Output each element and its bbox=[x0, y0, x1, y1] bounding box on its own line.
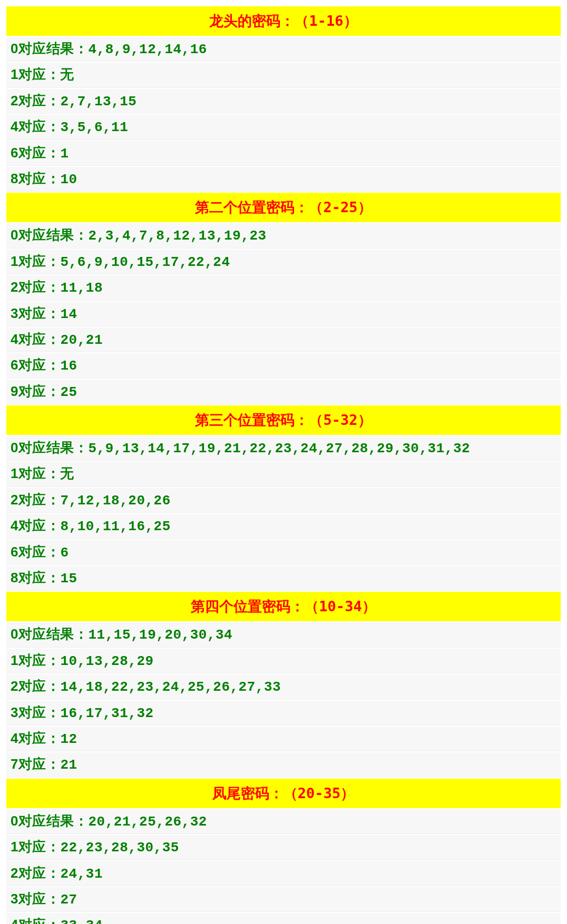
row-label: 4对应： bbox=[11, 730, 60, 746]
data-row: 3对应：16,17,31,32 bbox=[6, 701, 561, 726]
row-label: 6对应： bbox=[11, 544, 60, 560]
data-cell: 6对应：16 bbox=[6, 353, 561, 378]
data-row: 1对应：5,6,9,10,15,17,22,24 bbox=[6, 250, 561, 274]
data-cell: 2对应：24,31 bbox=[6, 861, 561, 886]
data-cell: 4对应：8,10,11,16,25 bbox=[6, 514, 561, 539]
data-cell: 1对应：5,6,9,10,15,17,22,24 bbox=[6, 250, 561, 274]
row-values: 4,8,9,12,14,16 bbox=[88, 42, 207, 57]
data-row: 6对应：1 bbox=[6, 141, 561, 166]
data-row: 2对应：2,7,13,15 bbox=[6, 89, 561, 114]
data-cell: 0对应结果：5,9,13,14,17,19,21,22,23,24,27,28,… bbox=[6, 436, 561, 461]
data-row: 4对应：12 bbox=[6, 727, 561, 751]
section-title: 凤尾密码：（20-35） bbox=[6, 779, 561, 808]
data-row: 4对应：8,10,11,16,25 bbox=[6, 514, 561, 539]
data-cell: 8对应：15 bbox=[6, 566, 561, 591]
row-values: 8,10,11,16,25 bbox=[60, 519, 170, 534]
code-table: 龙头的密码：（1-16）0对应结果：4,8,9,12,14,161对应：无2对应… bbox=[6, 5, 561, 924]
data-row: 1对应：10,13,28,29 bbox=[6, 649, 561, 673]
data-row: 8对应：15 bbox=[6, 566, 561, 591]
row-label: 1对应： bbox=[11, 253, 60, 269]
row-label: 8对应： bbox=[11, 570, 60, 585]
row-values: 22,23,28,30,35 bbox=[60, 840, 179, 856]
row-values: 11,18 bbox=[60, 280, 103, 296]
section-title: 第四个位置密码：（10-34） bbox=[6, 592, 561, 621]
row-values: 7,12,18,20,26 bbox=[60, 493, 170, 509]
row-values: 10,13,28,29 bbox=[60, 653, 153, 669]
row-label: 1对应： bbox=[11, 465, 60, 481]
data-cell: 6对应：6 bbox=[6, 540, 561, 565]
row-label: 6对应： bbox=[11, 357, 60, 373]
data-cell: 1对应：无 bbox=[6, 63, 561, 87]
row-values: 2,3,4,7,8,12,13,19,23 bbox=[88, 228, 266, 244]
data-row: 4对应：20,21 bbox=[6, 327, 561, 352]
data-row: 1对应：22,23,28,30,35 bbox=[6, 835, 561, 860]
row-values: 20,21,25,26,32 bbox=[88, 814, 207, 830]
row-label: 0对应结果： bbox=[11, 626, 88, 642]
row-label: 2对应： bbox=[11, 492, 60, 508]
section-title: 第二个位置密码：（2-25） bbox=[6, 193, 561, 222]
data-cell: 6对应：1 bbox=[6, 141, 561, 166]
data-cell: 2对应：11,18 bbox=[6, 275, 561, 300]
row-values: 33,34 bbox=[60, 918, 103, 924]
data-cell: 1对应：10,13,28,29 bbox=[6, 649, 561, 673]
row-values: 10 bbox=[60, 172, 77, 187]
data-cell: 3对应：14 bbox=[6, 302, 561, 326]
row-label: 0对应结果： bbox=[11, 813, 88, 829]
data-cell: 2对应：2,7,13,15 bbox=[6, 89, 561, 114]
data-row: 1对应：无 bbox=[6, 63, 561, 87]
data-row: 1对应：无 bbox=[6, 462, 561, 486]
row-values: 14,18,22,23,24,25,26,27,33 bbox=[60, 679, 281, 695]
data-row: 0对应结果：2,3,4,7,8,12,13,19,23 bbox=[6, 223, 561, 248]
row-label: 4对应： bbox=[11, 331, 60, 347]
data-row: 4对应：33,34 bbox=[6, 913, 561, 924]
row-values: 11,15,19,20,30,34 bbox=[88, 627, 232, 643]
row-values: 12 bbox=[60, 731, 77, 747]
row-label: 6对应： bbox=[11, 145, 60, 161]
row-values: 无 bbox=[60, 67, 74, 83]
row-values: 16,17,31,32 bbox=[60, 706, 153, 721]
data-row: 2对应：7,12,18,20,26 bbox=[6, 488, 561, 513]
data-row: 6对应：6 bbox=[6, 540, 561, 565]
row-values: 6 bbox=[60, 545, 69, 561]
data-cell: 3对应：27 bbox=[6, 887, 561, 912]
data-cell: 3对应：16,17,31,32 bbox=[6, 701, 561, 726]
row-values: 21 bbox=[60, 757, 77, 773]
data-cell: 2对应：14,18,22,23,24,25,26,27,33 bbox=[6, 674, 561, 699]
data-cell: 0对应结果：11,15,19,20,30,34 bbox=[6, 622, 561, 647]
row-values: 27 bbox=[60, 892, 77, 908]
row-values: 2,7,13,15 bbox=[60, 94, 136, 110]
data-cell: 4对应：12 bbox=[6, 727, 561, 751]
data-cell: 4对应：20,21 bbox=[6, 327, 561, 352]
data-row: 7对应：21 bbox=[6, 752, 561, 777]
section-header: 第三个位置密码：（5-32） bbox=[6, 405, 561, 435]
code-table-container: 龙头的密码：（1-16）0对应结果：4,8,9,12,14,161对应：无2对应… bbox=[0, 0, 567, 924]
data-row: 8对应：10 bbox=[6, 167, 561, 192]
row-label: 4对应： bbox=[11, 518, 60, 533]
data-row: 3对应：27 bbox=[6, 887, 561, 912]
row-values: 25 bbox=[60, 384, 77, 400]
row-values: 14 bbox=[60, 306, 77, 322]
data-row: 0对应结果：20,21,25,26,32 bbox=[6, 809, 561, 834]
data-row: 0对应结果：5,9,13,14,17,19,21,22,23,24,27,28,… bbox=[6, 436, 561, 461]
row-values: 20,21 bbox=[60, 332, 103, 348]
row-label: 4对应： bbox=[11, 917, 60, 924]
data-cell: 4对应：3,5,6,11 bbox=[6, 115, 561, 140]
row-values: 24,31 bbox=[60, 866, 103, 882]
data-row: 0对应结果：11,15,19,20,30,34 bbox=[6, 622, 561, 647]
section-title: 第三个位置密码：（5-32） bbox=[6, 405, 561, 435]
row-label: 0对应结果： bbox=[11, 440, 88, 455]
data-cell: 0对应结果：20,21,25,26,32 bbox=[6, 809, 561, 834]
row-values: 16 bbox=[60, 358, 77, 374]
data-row: 0对应结果：4,8,9,12,14,16 bbox=[6, 37, 561, 62]
data-row: 2对应：11,18 bbox=[6, 275, 561, 300]
section-header: 第二个位置密码：（2-25） bbox=[6, 193, 561, 222]
row-values: 无 bbox=[60, 466, 74, 482]
row-values: 15 bbox=[60, 571, 77, 587]
row-label: 8对应： bbox=[11, 171, 60, 186]
row-label: 3对应： bbox=[11, 305, 60, 321]
row-label: 1对应： bbox=[11, 652, 60, 668]
row-label: 4对应： bbox=[11, 118, 60, 134]
data-cell: 2对应：7,12,18,20,26 bbox=[6, 488, 561, 513]
row-label: 1对应： bbox=[11, 839, 60, 855]
data-cell: 4对应：33,34 bbox=[6, 913, 561, 924]
